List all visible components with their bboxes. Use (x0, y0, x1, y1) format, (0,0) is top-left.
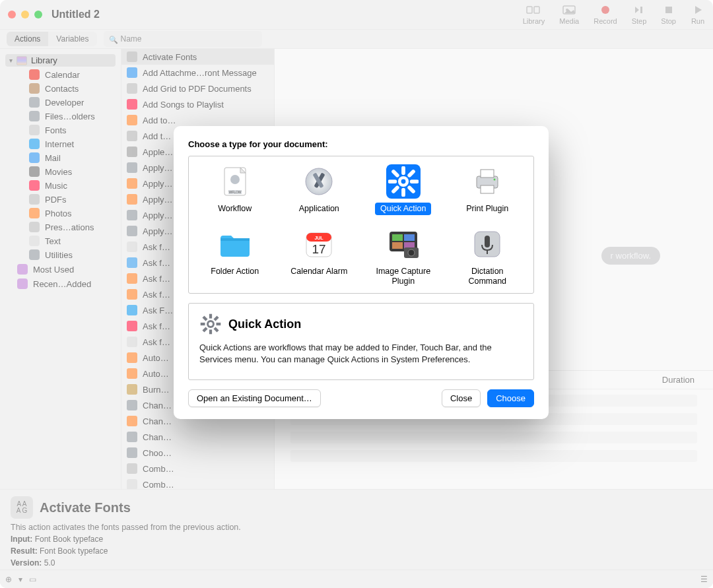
svg-line-48 (215, 328, 218, 331)
action-icon (127, 51, 137, 62)
svg-point-8 (230, 175, 240, 184)
action-row[interactable]: Add Songs to Playlist (121, 96, 274, 112)
type-option-folder[interactable]: Folder Action (194, 227, 276, 288)
svg-rect-33 (392, 234, 403, 241)
stop-toolbar-button[interactable]: Stop (661, 4, 676, 25)
log-toggle-icon[interactable]: ☰ (700, 575, 708, 584)
sidebar-item-music[interactable]: Music (5, 179, 116, 192)
action-row[interactable]: Add Attachme…ront Message (121, 65, 274, 81)
type-option-print[interactable]: Print Plugin (447, 164, 529, 215)
action-icon (127, 400, 137, 410)
sidebar-item-label: Calendar (45, 70, 80, 80)
action-icon (127, 432, 137, 442)
svg-text:17: 17 (312, 242, 326, 256)
media-toolbar-button[interactable]: Media (559, 4, 579, 25)
sidebar-category[interactable]: Recen…Added (5, 277, 116, 290)
action-label: Auto… (143, 353, 169, 363)
action-icon (127, 115, 137, 125)
dictation-icon (470, 227, 504, 261)
type-option-calendar[interactable]: JUL17Calendar Alarm (279, 227, 360, 288)
settings-icon[interactable]: ⊕ (5, 575, 12, 584)
disclosure-icon[interactable]: ▾ (18, 575, 22, 584)
mail-icon (29, 152, 40, 163)
type-option-quick-action[interactable]: Quick Action (362, 164, 444, 215)
open-existing-button[interactable]: Open an Existing Document… (188, 389, 321, 407)
action-icon (127, 416, 137, 426)
type-option-label: Quick Action (375, 203, 431, 215)
choose-button[interactable]: Choose (487, 389, 534, 407)
action-label: Ask f… (143, 290, 170, 300)
step-toolbar-button[interactable]: Step (632, 4, 647, 25)
library-tabs: Actions Variables (7, 32, 97, 46)
close-window-button[interactable] (8, 11, 16, 18)
print-icon (470, 164, 504, 199)
close-button[interactable]: Close (442, 389, 481, 407)
sidebar-item-presentations[interactable]: Pres…ations (5, 220, 116, 234)
action-icon (127, 337, 137, 347)
sidebar-item-movies[interactable]: Movies (5, 165, 116, 178)
minimize-window-button[interactable] (21, 11, 29, 18)
sidebar-item-photos[interactable]: Photos (5, 207, 116, 220)
tab-actions[interactable]: Actions (7, 32, 48, 46)
dialog-heading: Choose a type for your document: (188, 139, 534, 149)
tab-variables[interactable]: Variables (48, 32, 96, 46)
action-icon (127, 83, 137, 94)
contacts-icon (29, 83, 40, 94)
sidebar-item-text[interactable]: Text (5, 234, 116, 247)
action-icon (127, 368, 137, 379)
library-root[interactable]: ▾ Library (5, 54, 116, 67)
footer-box-icon[interactable]: ▭ (29, 575, 36, 584)
type-option-image-capture[interactable]: Image Capture Plugin (362, 227, 444, 288)
action-row[interactable]: Add Grid to PDF Documents (121, 81, 274, 96)
action-icon (127, 99, 137, 110)
svg-rect-1 (534, 7, 539, 13)
sidebar-item-label: PDFs (45, 195, 67, 205)
action-row[interactable]: Choo… (121, 445, 274, 461)
sidebar-item-pdf[interactable]: PDFs (5, 193, 116, 206)
record-toolbar-button[interactable]: Record (594, 4, 617, 25)
search-field[interactable] (104, 31, 262, 47)
sidebar-item-mail[interactable]: Mail (5, 151, 116, 164)
zoom-window-button[interactable] (34, 11, 42, 18)
sidebar-item-utilities[interactable]: Utilities (5, 248, 116, 261)
run-toolbar-button[interactable]: Run (691, 4, 705, 25)
library-toolbar-button[interactable]: Library (523, 4, 545, 25)
svg-rect-35 (392, 242, 403, 249)
svg-line-19 (393, 172, 397, 176)
image-capture-icon (386, 227, 421, 261)
titlebar: Untitled 2 Library Media Record Step Sto… (0, 0, 713, 29)
sidebar-item-internet[interactable]: Internet (5, 137, 116, 150)
sidebar-item-contacts[interactable]: Contacts (5, 82, 116, 95)
svg-point-4 (601, 6, 609, 14)
svg-point-38 (408, 249, 415, 256)
search-input[interactable] (121, 34, 257, 44)
sidebar-item-folder[interactable]: Files…olders (5, 110, 116, 123)
details-title: Activate Fonts (40, 500, 131, 515)
music-icon (29, 180, 40, 191)
type-option-application[interactable]: Application (279, 164, 360, 215)
sidebar-item-calendar[interactable]: Calendar (5, 68, 116, 81)
action-icon (127, 463, 137, 474)
action-icon (127, 210, 137, 220)
action-label: Chan… (143, 401, 172, 410)
svg-line-20 (409, 187, 413, 191)
disclosure-triangle-icon[interactable]: ▾ (9, 57, 13, 64)
library-icon (17, 56, 27, 65)
log-row (290, 432, 697, 443)
action-row[interactable]: Chan… (121, 429, 274, 445)
action-label: Apply… (143, 195, 173, 205)
sidebar-item-developer[interactable]: Developer (5, 96, 116, 109)
pdf-icon (29, 194, 40, 205)
type-option-dictation[interactable]: Dictation Command (447, 227, 529, 288)
svg-rect-40 (485, 236, 490, 247)
action-row[interactable]: Comb… (121, 461, 274, 476)
svg-rect-5 (640, 7, 642, 13)
action-row[interactable]: Activate Fonts (121, 49, 274, 65)
sidebar-item-fonts[interactable]: Fonts (5, 123, 116, 137)
type-option-workflow[interactable]: WFLOWWorkflow (194, 164, 276, 215)
sidebar-category[interactable]: Most Used (5, 263, 116, 276)
workflow-icon: WFLOW (218, 164, 252, 199)
action-row[interactable]: Comb… (121, 476, 274, 489)
action-label: Apply… (143, 211, 173, 220)
sidebar-item-label: Developer (45, 98, 84, 108)
